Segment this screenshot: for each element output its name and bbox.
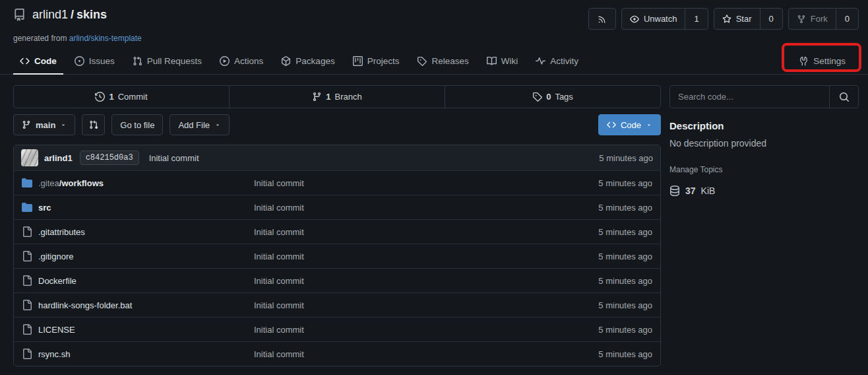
file-commit-message-link[interactable]: Initial commit bbox=[254, 178, 540, 188]
repo-stats-bar: 1 Commit 1 Branch 0 Tags bbox=[13, 85, 661, 108]
commit-author-link[interactable]: arlind1 bbox=[44, 153, 73, 163]
file-name: hardlink-songs-folder.bat bbox=[38, 300, 132, 310]
unwatch-button[interactable]: Unwatch bbox=[622, 9, 685, 29]
repo-header: arlind1/skins Unwatch 1 Star 0 bbox=[0, 0, 868, 30]
file-commit-message-link[interactable]: Initial commit bbox=[254, 227, 540, 237]
file-commit-time: 5 minutes ago bbox=[540, 227, 652, 237]
stars-count[interactable]: 0 bbox=[760, 9, 782, 29]
file-row: LICENSE Initial commit 5 minutes ago bbox=[14, 317, 660, 341]
database-icon bbox=[669, 186, 680, 196]
forks-count[interactable]: 0 bbox=[836, 9, 858, 29]
folder-icon bbox=[22, 202, 32, 213]
file-name-link[interactable]: Dockerfile bbox=[22, 275, 254, 286]
file-commit-message-link[interactable]: Initial commit bbox=[254, 203, 540, 213]
tags-stat[interactable]: 0 Tags bbox=[445, 86, 660, 108]
file-icon bbox=[22, 300, 32, 310]
repo-owner-link[interactable]: arlind1 bbox=[32, 8, 68, 21]
file-name: .gitignore bbox=[38, 252, 73, 261]
tab-pull-requests-label: Pull Requests bbox=[147, 56, 202, 66]
branch-icon bbox=[312, 92, 322, 102]
file-commit-time: 5 minutes ago bbox=[540, 276, 652, 286]
file-name-link[interactable]: rsync.sh bbox=[22, 349, 254, 359]
file-name-link[interactable]: .gitea/workflows bbox=[22, 178, 254, 188]
file-commit-time: 5 minutes ago bbox=[540, 300, 652, 310]
book-icon bbox=[487, 56, 497, 66]
tab-actions[interactable]: Actions bbox=[213, 50, 270, 75]
tab-releases[interactable]: Releases bbox=[410, 50, 475, 75]
go-to-file-button[interactable]: Go to file bbox=[111, 114, 163, 135]
watchers-count[interactable]: 1 bbox=[685, 9, 707, 29]
issue-icon bbox=[75, 56, 84, 66]
file-commit-message-link[interactable]: Initial commit bbox=[254, 349, 540, 359]
repo-name-link[interactable]: skins bbox=[77, 8, 107, 21]
generated-from-text: generated from bbox=[13, 34, 67, 43]
main-column: 1 Commit 1 Branch 0 Tags main bbox=[13, 85, 661, 366]
file-commit-message-link[interactable]: Initial commit bbox=[254, 325, 540, 335]
add-file-button[interactable]: Add File bbox=[170, 114, 230, 135]
branch-icon bbox=[22, 120, 31, 129]
search-icon bbox=[839, 92, 850, 102]
search-button[interactable] bbox=[829, 86, 858, 108]
file-name: .gitattributes bbox=[38, 227, 85, 237]
tab-issues[interactable]: Issues bbox=[68, 50, 121, 75]
repo-size-unit: KiB bbox=[701, 186, 716, 196]
file-name: src bbox=[38, 203, 51, 213]
file-path-prefix: .gitea bbox=[38, 178, 59, 188]
file-name-link[interactable]: .gitattributes bbox=[22, 226, 254, 237]
tab-settings[interactable]: Settings bbox=[792, 50, 852, 75]
history-icon bbox=[95, 92, 105, 102]
repo-icon bbox=[13, 9, 26, 21]
file-name-link[interactable]: .gitignore bbox=[22, 251, 254, 261]
latest-commit-row: arlind1 c84215d0a3 Initial commit 5 minu… bbox=[14, 145, 660, 170]
commits-stat[interactable]: 1 Commit bbox=[14, 86, 229, 108]
tab-code[interactable]: Code bbox=[13, 50, 63, 75]
manage-topics-link[interactable]: Manage Topics bbox=[669, 165, 859, 174]
generated-from-line: generated from arlind/skins-template bbox=[0, 30, 868, 43]
tab-projects[interactable]: Projects bbox=[346, 50, 406, 75]
commit-message-link[interactable]: Initial commit bbox=[149, 153, 199, 163]
star-button[interactable]: Star bbox=[714, 9, 760, 29]
commits-count: 1 bbox=[109, 92, 113, 102]
file-name-link[interactable]: LICENSE bbox=[22, 324, 254, 335]
fork-button[interactable]: Fork bbox=[789, 9, 836, 29]
repo-size: 37 KiB bbox=[669, 186, 859, 196]
file-row: .gitignore Initial commit 5 minutes ago bbox=[14, 244, 660, 268]
search-input[interactable] bbox=[670, 86, 829, 108]
unwatch-label: Unwatch bbox=[644, 14, 677, 24]
tab-wiki[interactable]: Wiki bbox=[480, 50, 525, 75]
file-row: .gitattributes Initial commit 5 minutes … bbox=[14, 219, 660, 244]
tab-activity[interactable]: Activity bbox=[529, 50, 585, 75]
code-search-box bbox=[669, 85, 859, 108]
branches-stat[interactable]: 1 Branch bbox=[229, 86, 445, 108]
template-repo-link[interactable]: arlind/skins-template bbox=[69, 34, 142, 43]
compare-button[interactable] bbox=[82, 114, 105, 135]
file-name-link[interactable]: hardlink-songs-folder.bat bbox=[22, 300, 254, 310]
tab-issues-label: Issues bbox=[89, 56, 115, 66]
repo-content: 1 Commit 1 Branch 0 Tags main bbox=[0, 75, 868, 366]
file-commit-message-link[interactable]: Initial commit bbox=[254, 276, 540, 286]
description-text: No description provided bbox=[669, 138, 859, 149]
file-commit-message-link[interactable]: Initial commit bbox=[254, 252, 540, 261]
tab-projects-label: Projects bbox=[367, 56, 400, 66]
tab-activity-label: Activity bbox=[550, 56, 578, 66]
code-download-button[interactable]: Code bbox=[598, 114, 661, 135]
page-title: arlind1/skins bbox=[32, 8, 107, 22]
repo-page: arlind1/skins Unwatch 1 Star 0 bbox=[0, 0, 868, 375]
tab-pull-requests[interactable]: Pull Requests bbox=[126, 50, 208, 75]
file-row: Dockerfile Initial commit 5 minutes ago bbox=[14, 268, 660, 292]
file-commit-time: 5 minutes ago bbox=[540, 203, 652, 213]
chevron-down-icon bbox=[646, 121, 652, 128]
file-icon bbox=[22, 349, 32, 359]
tab-packages-label: Packages bbox=[295, 56, 334, 66]
rss-button[interactable] bbox=[588, 8, 616, 30]
commit-sha-link[interactable]: c84215d0a3 bbox=[80, 151, 139, 165]
branch-selector[interactable]: main bbox=[13, 114, 75, 135]
avatar[interactable] bbox=[21, 149, 38, 166]
file-commit-message-link[interactable]: Initial commit bbox=[254, 300, 540, 310]
fork-button-group: Fork 0 bbox=[788, 8, 859, 30]
add-file-label: Add File bbox=[178, 120, 210, 130]
file-name-link[interactable]: src bbox=[22, 202, 254, 213]
file-icon bbox=[22, 251, 32, 261]
code-icon bbox=[607, 120, 616, 129]
tab-packages[interactable]: Packages bbox=[274, 50, 341, 75]
